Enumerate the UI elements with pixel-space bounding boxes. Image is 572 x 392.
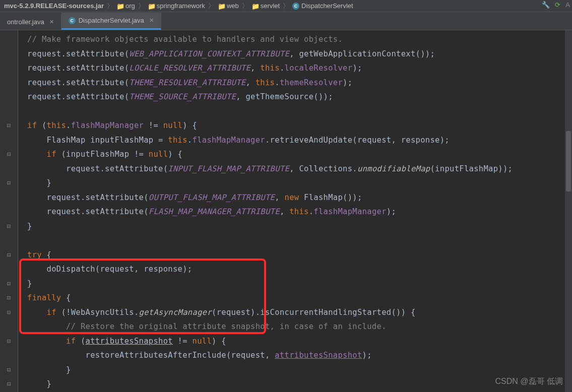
toolbar-a[interactable]: A — [565, 1, 570, 9]
code-line: // Make framework objects available to h… — [27, 35, 343, 44]
editor: ⊟ ⊟ ⊟ ⊟ ⊟ ⊟ ⊟ ⊟ ⊟ ⊟ ⊟ // Make framework … — [0, 30, 572, 392]
fold-icon[interactable]: ⊟ — [7, 380, 11, 387]
fold-icon[interactable]: ⊟ — [7, 223, 11, 230]
code-text: , — [280, 207, 289, 216]
fold-icon[interactable]: ⊟ — [7, 122, 11, 129]
code-kw: if — [47, 150, 56, 159]
class-icon: C — [69, 17, 76, 24]
code-kw: this — [47, 121, 67, 130]
code-field: flashMapManager — [193, 136, 265, 145]
code-text: } — [47, 379, 52, 388]
code-text: .retrieveAndUpdate(request, response); — [265, 136, 450, 145]
code-text: ); — [343, 78, 352, 87]
close-icon[interactable]: ✕ — [149, 17, 154, 24]
code-text: , getWebApplicationContext()); — [289, 49, 435, 58]
breadcrumb-label: web — [227, 2, 239, 10]
code-kw: new — [285, 193, 299, 202]
code-text: { — [61, 293, 71, 302]
breadcrumb-item[interactable]: 📁servlet — [251, 2, 280, 10]
code-text: request.setAttribute( — [47, 193, 149, 202]
code-text: request.setAttribute( — [27, 49, 129, 58]
gutter[interactable]: ⊟ ⊟ ⊟ ⊟ ⊟ ⊟ ⊟ ⊟ ⊟ ⊟ ⊟ — [0, 30, 18, 392]
code-text: ); — [362, 351, 372, 360]
code-const: THEME_RESOLVER_ATTRIBUTE — [129, 78, 245, 87]
code-field: themeResolver — [280, 78, 343, 87]
code-var: attributesSnapshot — [86, 337, 173, 346]
code-text: request.setAttribute( — [27, 78, 129, 87]
code-kw: try — [27, 250, 42, 259]
tab-controller[interactable]: ontroller.java ✕ — [0, 14, 61, 30]
fold-icon[interactable]: ⊟ — [7, 309, 11, 316]
code-field: flashMapManager — [71, 121, 144, 130]
code-text: , Collections. — [289, 164, 357, 173]
code-text: , getThemeSource()); — [236, 92, 333, 101]
breadcrumb-item[interactable]: CDispatcherServlet — [292, 2, 353, 10]
chevron-right-icon: 〉 — [208, 2, 215, 11]
code-kw: null — [193, 337, 212, 346]
code-area[interactable]: // Make framework objects available to h… — [18, 30, 572, 392]
fold-icon[interactable]: ⊟ — [7, 151, 11, 158]
code-text: != — [173, 337, 193, 346]
code-text: } — [47, 178, 52, 187]
code-text: restoreAttributesAfterInclude(request, — [86, 351, 275, 360]
editor-tabs: ontroller.java ✕ C DispatcherServlet.jav… — [0, 12, 572, 30]
code-const: OUTPUT_FLASH_MAP_ATTRIBUTE — [149, 193, 275, 202]
breadcrumb-item[interactable]: 📁web — [218, 2, 239, 10]
code-kw: this — [289, 207, 309, 216]
tab-label: DispatcherServlet.java — [79, 17, 144, 24]
search-icon[interactable]: 🔧 — [542, 1, 550, 9]
code-kw: null — [163, 121, 183, 130]
breadcrumb-item[interactable]: 📁org — [116, 2, 135, 10]
code-text: FlashMap()); — [299, 193, 362, 202]
breadcrumb-item[interactable]: mvc-5.2.9.RELEASE-sources.jar — [4, 2, 104, 10]
fold-icon[interactable]: ⊟ — [7, 294, 11, 301]
breadcrumb-label: mvc-5.2.9.RELEASE-sources.jar — [4, 2, 104, 10]
package-icon: 📁 — [218, 3, 225, 10]
fold-icon[interactable]: ⊟ — [7, 280, 11, 287]
code-text: ( — [37, 121, 46, 130]
code-text: ) { — [168, 150, 182, 159]
watermark: CSDN @磊哥 低调 — [495, 376, 563, 387]
breadcrumb-item[interactable]: 📁springframework — [148, 2, 205, 10]
breadcrumb-bar: mvc-5.2.9.RELEASE-sources.jar 〉 📁org 〉 📁… — [0, 0, 572, 12]
code-text: doDispatch(request, response); — [47, 265, 193, 274]
breadcrumb-label: org — [125, 2, 135, 10]
tab-dispatcher-servlet[interactable]: C DispatcherServlet.java ✕ — [61, 13, 161, 30]
code-text: (inputFlashMap)); — [430, 164, 513, 173]
vertical-scrollbar[interactable] — [565, 30, 572, 392]
code-kw: if — [47, 308, 56, 317]
code-text: . — [66, 121, 71, 130]
code-kw: if — [66, 337, 76, 346]
tab-label: ontroller.java — [7, 18, 44, 26]
code-text: ); — [352, 63, 362, 73]
code-text: ) { — [182, 121, 197, 130]
close-icon[interactable]: ✕ — [49, 19, 54, 25]
chevron-right-icon: 〉 — [107, 2, 113, 11]
package-icon: 📁 — [251, 3, 259, 10]
code-text: request.setAttribute( — [66, 164, 168, 173]
code-static: getAsyncManager — [139, 308, 212, 317]
code-text: request.setAttribute( — [47, 207, 149, 216]
breadcrumb-label: DispatcherServlet — [301, 2, 353, 10]
settings-icon[interactable]: ⟳ — [555, 1, 560, 9]
fold-icon[interactable]: ⊟ — [7, 338, 11, 345]
code-text: , — [275, 193, 284, 202]
code-text: } — [66, 365, 71, 374]
toolbar-right: 🔧 ⟳ A — [542, 1, 570, 9]
code-field: flashMapManager — [313, 207, 386, 216]
chevron-right-icon: 〉 — [283, 2, 289, 11]
fold-icon[interactable]: ⊟ — [7, 366, 11, 373]
code-field: localeResolver — [285, 63, 353, 73]
code-text: . — [309, 207, 314, 216]
scroll-thumb[interactable] — [566, 131, 571, 191]
code-text: FlashMap inputFlashMap = — [47, 136, 168, 145]
chevron-right-icon: 〉 — [138, 2, 145, 11]
code-text: request.setAttribute( — [27, 63, 129, 73]
code-text: { — [42, 250, 51, 259]
code-text: request.setAttribute( — [27, 92, 129, 101]
fold-icon[interactable]: ⊟ — [7, 179, 11, 186]
fold-icon[interactable]: ⊟ — [7, 251, 11, 258]
breadcrumb-label: servlet — [261, 2, 280, 10]
code-comment: // Restore the original attribute snapsh… — [66, 322, 387, 331]
code-const: FLASH_MAP_MANAGER_ATTRIBUTE — [149, 207, 280, 216]
